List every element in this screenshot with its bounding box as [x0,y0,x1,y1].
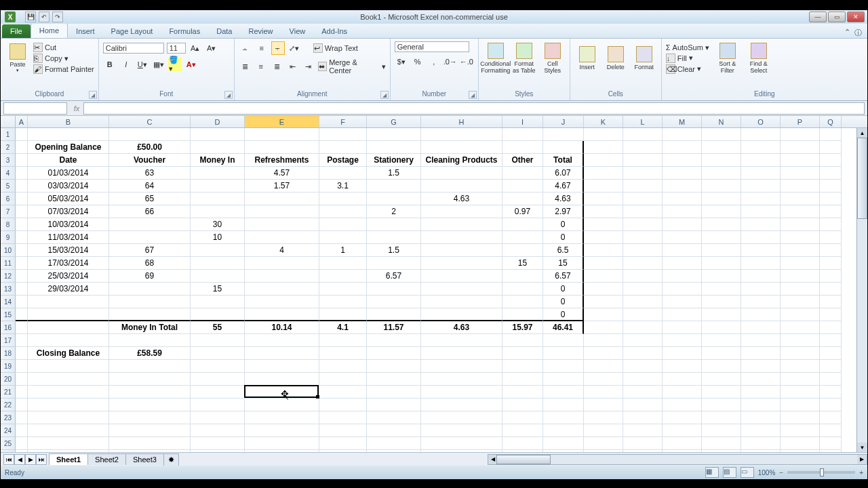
cell[interactable]: 10.14 [245,321,319,334]
cell[interactable] [109,386,191,399]
number-format-select[interactable]: General [395,41,469,52]
cell[interactable]: 1.57 [245,180,319,192]
cell[interactable] [663,347,702,360]
cell[interactable] [28,321,109,334]
cell[interactable] [16,218,28,231]
cell[interactable] [109,424,191,437]
cell[interactable] [421,437,502,450]
cell[interactable] [245,424,319,437]
horizontal-scrollbar[interactable]: ◀ ▶ [488,454,867,465]
cell[interactable] [367,218,421,231]
cell[interactable]: 15 [543,257,584,270]
cell[interactable] [781,192,820,205]
wrap-text-button[interactable]: ↩Wrap Text [313,43,358,54]
sheet-nav-first-icon[interactable]: ⏮ [3,454,14,465]
cell[interactable] [584,192,623,205]
cell[interactable]: 46.41 [543,321,584,334]
cell[interactable] [421,218,502,231]
zoom-in-icon[interactable]: + [859,469,863,476]
zoom-percent[interactable]: 100% [758,469,776,476]
cell[interactable] [741,321,781,334]
cell[interactable] [191,399,245,411]
cell[interactable] [820,411,842,424]
page-layout-view-icon[interactable]: ▤ [723,467,736,478]
cell[interactable] [741,128,781,141]
cell[interactable]: 17/03/2014 [28,257,109,270]
format-cells-button[interactable]: Format [631,41,657,75]
row-header[interactable]: 22 [1,399,16,411]
cell[interactable] [702,296,741,308]
cell[interactable] [623,257,663,270]
cell[interactable] [663,296,702,308]
name-box[interactable] [3,102,67,115]
cell[interactable] [663,257,702,270]
cell[interactable] [584,424,623,437]
cell[interactable]: 1.5 [367,244,421,257]
cell[interactable] [502,192,543,205]
cell[interactable] [502,244,543,257]
cell[interactable] [367,231,421,244]
cell[interactable] [367,308,421,321]
grid-body[interactable]: 12Opening Balance£50.003DateVoucherMoney… [1,128,867,452]
cell[interactable]: Money In [191,154,245,167]
cell[interactable] [702,424,741,437]
cell[interactable] [421,347,502,360]
column-header-G[interactable]: G [367,116,421,127]
cell[interactable]: 15.97 [502,321,543,334]
cell[interactable] [663,437,702,450]
cell[interactable] [319,360,367,373]
column-header-F[interactable]: F [319,116,367,127]
cell[interactable] [109,283,191,296]
border-button[interactable]: ▦▾ [152,58,165,71]
delete-cells-button[interactable]: Delete [603,41,629,75]
autosum-button[interactable]: Σ AutoSum ▾ [666,43,709,53]
cell[interactable]: 4.63 [421,321,502,334]
cell[interactable] [16,373,28,386]
column-header-N[interactable]: N [702,116,741,127]
cell[interactable] [781,205,820,218]
cell[interactable]: Opening Balance [28,141,109,154]
cell[interactable] [781,411,820,424]
cell[interactable] [741,360,781,373]
cell[interactable] [543,347,584,360]
tab-data[interactable]: Data [208,24,240,38]
cell[interactable]: 0 [543,308,584,321]
cell[interactable] [781,180,820,192]
cell[interactable] [584,270,623,283]
cell[interactable]: 07/03/2014 [28,205,109,218]
cell[interactable]: 2 [367,205,421,218]
cell[interactable] [245,231,319,244]
cell[interactable] [781,334,820,347]
cell[interactable] [623,192,663,205]
cell[interactable] [820,321,842,334]
cell[interactable] [584,205,623,218]
cell[interactable] [820,296,842,308]
conditional-formatting-button[interactable]: Conditional Formatting [483,41,509,75]
align-right-icon[interactable]: ≣ [271,60,283,73]
cell[interactable] [702,399,741,411]
cell[interactable] [191,128,245,141]
cell[interactable] [191,180,245,192]
cell[interactable] [109,450,191,452]
cell[interactable] [741,334,781,347]
cell[interactable] [702,192,741,205]
cell[interactable] [319,192,367,205]
column-header-O[interactable]: O [741,116,781,127]
cell[interactable] [781,424,820,437]
cell[interactable]: 1 [319,244,367,257]
cell[interactable] [781,347,820,360]
cell[interactable] [663,128,702,141]
cell[interactable] [421,205,502,218]
cell[interactable] [781,360,820,373]
cell[interactable]: 0 [543,218,584,231]
cell[interactable]: 66 [109,205,191,218]
cell[interactable]: 10/03/2014 [28,218,109,231]
tab-formulas[interactable]: Formulas [161,24,208,38]
cell[interactable] [367,386,421,399]
cell[interactable]: Date [28,154,109,167]
cell[interactable] [319,231,367,244]
cell[interactable] [663,205,702,218]
cell[interactable] [191,347,245,360]
row-header[interactable]: 12 [1,270,16,283]
column-header-D[interactable]: D [191,116,245,127]
